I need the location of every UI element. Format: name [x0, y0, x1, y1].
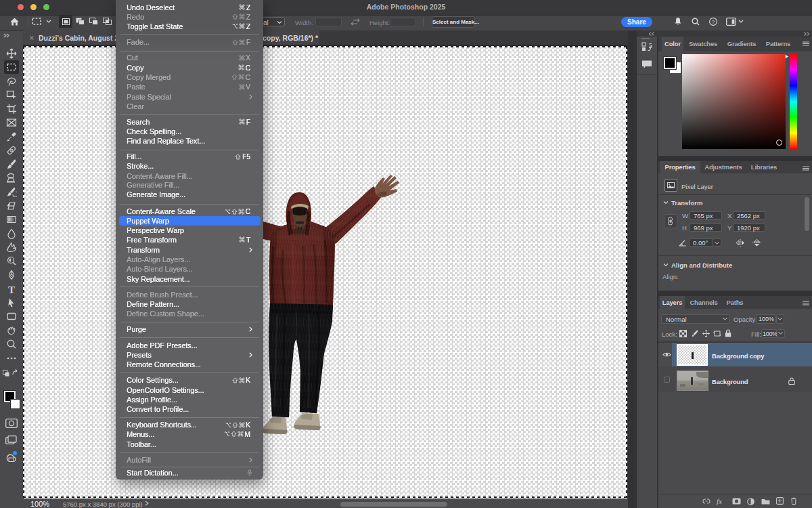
svg-text:?: ? [712, 19, 715, 25]
svg-text:T: T [8, 284, 15, 295]
svg-text:5: 5 [649, 42, 652, 49]
